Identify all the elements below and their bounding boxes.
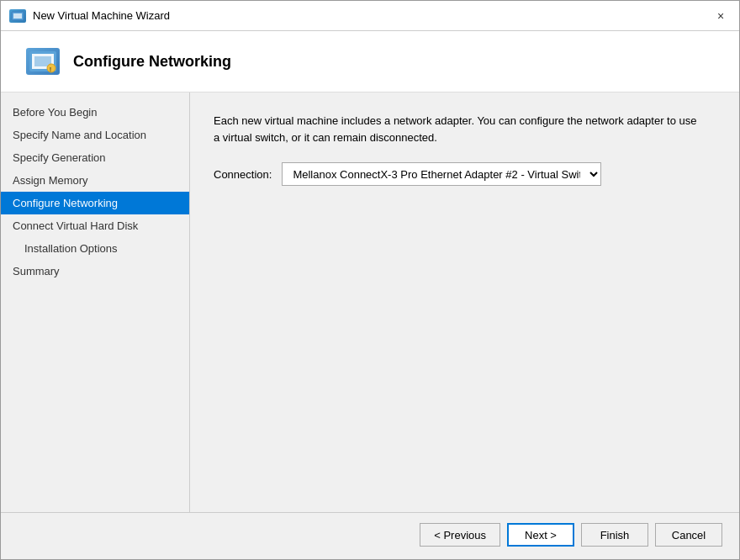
header-icon: !: [26, 48, 60, 75]
sidebar-item[interactable]: Assign Memory: [1, 169, 189, 192]
svg-rect-1: [13, 13, 22, 18]
next-button[interactable]: Next >: [507, 523, 574, 547]
sidebar-item[interactable]: Specify Name and Location: [1, 124, 189, 146]
connection-select[interactable]: Not ConnectedMellanox ConnectX-3 Pro Eth…: [282, 162, 601, 186]
footer: < Previous Next > Finish Cancel: [1, 512, 739, 559]
title-bar-left: New Virtual Machine Wizard: [9, 9, 170, 23]
sidebar-item[interactable]: Connect Virtual Hard Disk: [1, 214, 189, 237]
sidebar-item[interactable]: Installation Options: [1, 237, 189, 260]
wizard-window: New Virtual Machine Wizard × ! Configure…: [0, 0, 740, 560]
sidebar-item[interactable]: Before You Begin: [1, 101, 189, 124]
close-button[interactable]: ×: [711, 6, 731, 26]
connection-label: Connection:: [214, 168, 272, 181]
description-text: Each new virtual machine includes a netw…: [214, 113, 701, 145]
connection-row: Connection: Not ConnectedMellanox Connec…: [214, 162, 716, 186]
wizard-icon: [9, 9, 26, 23]
sidebar-item[interactable]: Specify Generation: [1, 146, 189, 169]
sidebar-item[interactable]: Summary: [1, 260, 189, 283]
finish-button[interactable]: Finish: [581, 523, 648, 547]
title-bar: New Virtual Machine Wizard ×: [1, 1, 739, 31]
previous-button[interactable]: < Previous: [420, 523, 500, 547]
sidebar: Before You BeginSpecify Name and Locatio…: [1, 92, 190, 512]
page-title: Configure Networking: [73, 53, 231, 71]
svg-point-5: [47, 64, 56, 72]
content-area: Before You BeginSpecify Name and Locatio…: [1, 92, 739, 512]
cancel-button[interactable]: Cancel: [655, 523, 722, 547]
sidebar-item[interactable]: Configure Networking: [1, 192, 189, 214]
main-content: Each new virtual machine includes a netw…: [190, 92, 739, 512]
page-header: ! Configure Networking: [1, 31, 739, 92]
svg-text:!: !: [50, 66, 51, 72]
window-title: New Virtual Machine Wizard: [33, 9, 170, 22]
